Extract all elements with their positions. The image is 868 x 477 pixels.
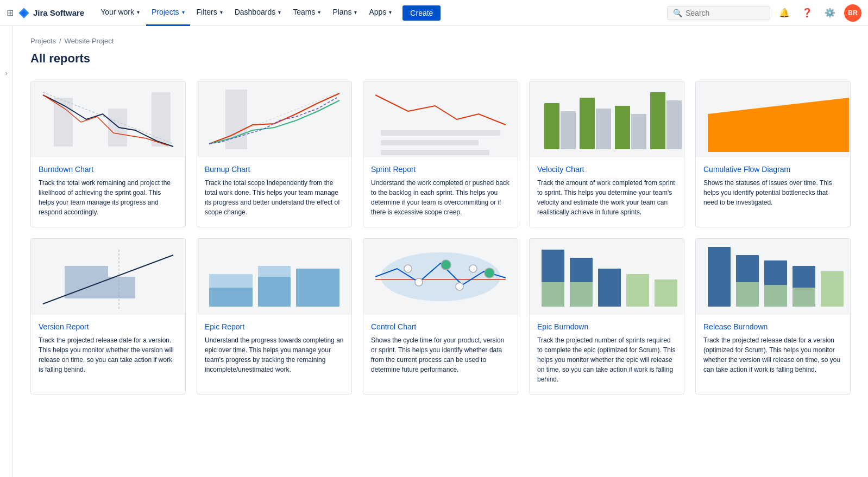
card-image-9 <box>696 239 850 315</box>
svg-rect-34 <box>296 269 339 307</box>
svg-rect-20 <box>666 100 682 149</box>
card-body-9: Release BurndownTrack the projected rele… <box>696 315 850 384</box>
card-desc-6: Understand the progress towards completi… <box>205 335 344 374</box>
nav-projects-label: Projects <box>152 8 179 16</box>
nav-filters[interactable]: Filters ▾ <box>191 0 228 26</box>
nav-filters-chevron: ▾ <box>220 9 223 15</box>
card-image-8 <box>530 239 684 315</box>
report-card-9[interactable]: Release BurndownTrack the projected rele… <box>695 238 851 395</box>
card-desc-1: Track the total scope independently from… <box>205 178 344 217</box>
app-logo[interactable]: Jira Software <box>18 7 84 19</box>
svg-rect-48 <box>542 282 564 307</box>
report-card-5[interactable]: Version ReportTrack the projected releas… <box>30 238 186 395</box>
nav-your-work-chevron: ▾ <box>137 9 140 15</box>
card-title-0[interactable]: Burndown Chart <box>39 165 178 174</box>
nav-teams-label: Teams <box>293 8 315 16</box>
report-card-3[interactable]: Velocity ChartTrack the amount of work c… <box>529 81 684 227</box>
svg-rect-57 <box>736 282 759 307</box>
svg-rect-52 <box>626 274 649 307</box>
svg-rect-11 <box>381 150 489 155</box>
svg-point-41 <box>441 260 451 270</box>
report-card-6[interactable]: Epic ReportUnderstand the progress towar… <box>197 238 352 395</box>
card-image-0 <box>31 81 185 157</box>
search-box[interactable]: 🔍 <box>667 6 770 20</box>
nav-your-work[interactable]: Your work ▾ <box>95 0 145 26</box>
breadcrumb-projects[interactable]: Projects <box>30 37 56 45</box>
settings-button[interactable]: ⚙️ <box>821 4 839 22</box>
card-title-4[interactable]: Cumulative Flow Diagram <box>703 165 842 174</box>
card-title-9[interactable]: Release Burndown <box>703 322 842 331</box>
card-image-2 <box>363 81 518 157</box>
svg-rect-32 <box>209 288 253 307</box>
card-title-8[interactable]: Epic Burndown <box>537 322 676 331</box>
svg-rect-5 <box>198 81 350 157</box>
svg-rect-33 <box>258 277 291 307</box>
svg-rect-19 <box>650 92 665 149</box>
svg-point-38 <box>381 252 500 301</box>
report-card-1[interactable]: Burnup ChartTrack the total scope indepe… <box>197 81 352 227</box>
report-card-0[interactable]: Burndown ChartTrack the total work remai… <box>30 81 186 227</box>
app-name: Jira Software <box>33 8 84 17</box>
card-body-2: Sprint ReportUnderstand the work complet… <box>363 157 518 227</box>
card-title-1[interactable]: Burnup Chart <box>205 165 344 174</box>
svg-rect-61 <box>792 288 815 307</box>
card-title-3[interactable]: Velocity Chart <box>537 165 676 174</box>
card-desc-7: Shows the cycle time for your product, v… <box>371 335 510 374</box>
card-image-4 <box>696 81 850 157</box>
svg-rect-28 <box>65 266 108 277</box>
card-image-3 <box>530 81 684 157</box>
svg-rect-59 <box>764 285 787 307</box>
svg-point-40 <box>404 265 412 272</box>
report-card-7[interactable]: Control ChartShows the cycle time for yo… <box>363 238 518 395</box>
nav-right: 🔍 🔔 ❓ ⚙️ BR <box>667 4 861 22</box>
svg-rect-14 <box>561 111 576 149</box>
layout: › Projects / Website Project All reports… <box>0 26 868 477</box>
card-body-8: Epic BurndownTrack the projected number … <box>530 315 684 394</box>
svg-rect-53 <box>655 279 677 307</box>
svg-rect-10 <box>381 140 479 145</box>
card-body-4: Cumulative Flow DiagramShows the statuse… <box>696 157 850 217</box>
create-button[interactable]: Create <box>402 5 441 21</box>
svg-rect-8 <box>364 81 517 157</box>
breadcrumb-separator: / <box>59 37 61 45</box>
grid-icon[interactable]: ⊞ <box>7 8 14 18</box>
avatar[interactable]: BR <box>844 4 861 22</box>
svg-rect-27 <box>65 277 135 298</box>
svg-rect-15 <box>580 98 595 149</box>
card-title-5[interactable]: Version Report <box>39 322 178 331</box>
nav-plans[interactable]: Plans ▾ <box>327 0 362 26</box>
card-body-5: Version ReportTrack the projected releas… <box>31 315 185 384</box>
search-input[interactable] <box>685 9 764 17</box>
nav-dashboards[interactable]: Dashboards ▾ <box>229 0 287 26</box>
report-card-8[interactable]: Epic BurndownTrack the projected number … <box>529 238 684 395</box>
card-image-7 <box>363 239 518 315</box>
card-desc-3: Track the amount of work completed from … <box>537 178 676 217</box>
svg-rect-2 <box>108 109 127 147</box>
card-body-3: Velocity ChartTrack the amount of work c… <box>530 157 684 227</box>
help-button[interactable]: ❓ <box>798 4 816 22</box>
card-desc-5: Track the projected release date for a v… <box>39 335 178 374</box>
svg-rect-35 <box>209 274 253 288</box>
notifications-button[interactable]: 🔔 <box>776 4 793 22</box>
nav-apps[interactable]: Apps ▾ <box>363 0 397 26</box>
report-card-4[interactable]: Cumulative Flow DiagramShows the statuse… <box>695 81 851 227</box>
nav-items: Your work ▾ Projects ▾ Filters ▾ Dashboa… <box>95 0 667 26</box>
navbar: ⊞ Jira Software Your work ▾ P <box>0 0 868 26</box>
card-title-6[interactable]: Epic Report <box>205 322 344 331</box>
svg-rect-50 <box>570 282 593 307</box>
nav-teams-chevron: ▾ <box>318 9 320 15</box>
card-title-2[interactable]: Sprint Report <box>371 165 510 174</box>
breadcrumb-current: Website Project <box>65 37 114 45</box>
search-icon: 🔍 <box>673 9 682 17</box>
card-desc-2: Understand the work completed or pushed … <box>371 178 510 217</box>
card-image-1 <box>197 81 351 157</box>
sidebar-toggle[interactable]: › <box>0 26 13 477</box>
nav-projects[interactable]: Projects ▾ <box>146 0 190 26</box>
svg-point-42 <box>415 278 423 286</box>
card-title-7[interactable]: Control Chart <box>371 322 510 331</box>
card-desc-4: Shows the statuses of issues over time. … <box>703 178 842 207</box>
nav-projects-chevron: ▾ <box>182 9 185 15</box>
nav-teams[interactable]: Teams ▾ <box>287 0 326 26</box>
nav-your-work-label: Your work <box>100 8 134 16</box>
report-card-2[interactable]: Sprint ReportUnderstand the work complet… <box>363 81 518 227</box>
